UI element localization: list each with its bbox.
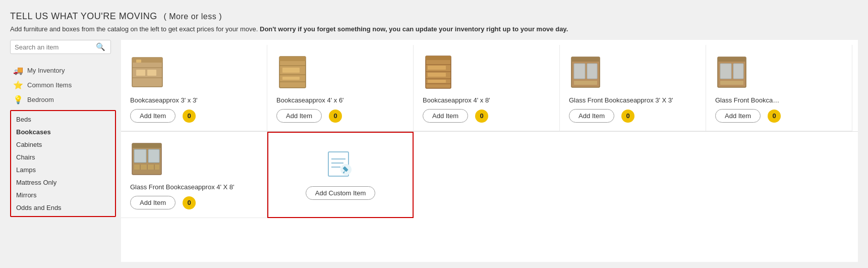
svg-rect-20 bbox=[428, 66, 446, 70]
item-actions-glass-front-4x8: Add Item 0 bbox=[130, 196, 196, 209]
page-wrapper: TELL US WHAT YOU'RE MOVING ( More or les… bbox=[0, 0, 868, 268]
item-card-glass-front-cut: Glass Front Bookca… Add Item 0 bbox=[706, 45, 852, 131]
nav-label-common-items: Common Items bbox=[27, 81, 72, 89]
add-item-btn-glass-front-4x8[interactable]: Add Item bbox=[130, 196, 176, 209]
svg-rect-13 bbox=[282, 77, 300, 80]
star-icon: ⭐ bbox=[13, 80, 23, 90]
count-badge-bookcase-4x6: 0 bbox=[329, 110, 342, 123]
sidebar-item-common-items[interactable]: ⭐ Common Items bbox=[10, 78, 116, 92]
count-badge-glass-front-3x3: 0 bbox=[621, 110, 634, 123]
svg-rect-32 bbox=[720, 81, 743, 85]
svg-rect-25 bbox=[574, 64, 585, 79]
custom-item-icon bbox=[324, 149, 357, 179]
count-badge-glass-front-cut: 0 bbox=[768, 110, 781, 123]
item-image-glass-front-cut bbox=[715, 52, 843, 92]
category-list: Beds Bookcases Cabinets Chairs Lamps Mat… bbox=[10, 110, 116, 217]
svg-rect-8 bbox=[279, 57, 306, 61]
count-badge-glass-front-4x8: 0 bbox=[183, 196, 196, 209]
search-container: 🔍 bbox=[10, 40, 111, 54]
item-image-bookcase-4x6 bbox=[276, 52, 404, 92]
svg-rect-22 bbox=[428, 80, 446, 83]
item-actions-glass-front-cut: Add Item 0 bbox=[715, 109, 781, 123]
svg-rect-27 bbox=[574, 81, 597, 85]
items-grid-row1: Bookcaseapprox 3' x 3' Add Item 0 bbox=[121, 45, 858, 132]
title-suffix: ( More or less ) bbox=[163, 12, 222, 21]
add-item-btn-bookcase-4x6[interactable]: Add Item bbox=[276, 109, 322, 123]
add-item-btn-bookcase-3x3[interactable]: Add Item bbox=[130, 109, 176, 123]
svg-rect-5 bbox=[147, 70, 156, 76]
svg-rect-31 bbox=[733, 64, 743, 79]
svg-rect-26 bbox=[587, 64, 597, 79]
subtitle-plain: Add furniture and boxes from the catalog… bbox=[10, 25, 260, 33]
svg-rect-4 bbox=[136, 70, 145, 76]
count-badge-bookcase-4x8: 0 bbox=[475, 110, 488, 123]
item-card-bookcase-3x3: Bookcaseapprox 3' x 3' Add Item 0 bbox=[121, 45, 267, 131]
svg-rect-36 bbox=[148, 149, 159, 163]
search-button[interactable]: 🔍 bbox=[95, 42, 106, 51]
item-card-glass-front-4x8: Glass Front Bookcaseapprox 4' X 8' Add I… bbox=[121, 132, 267, 218]
content-area: Bookcaseapprox 3' x 3' Add Item 0 bbox=[121, 40, 858, 262]
svg-rect-34 bbox=[132, 143, 161, 148]
svg-rect-6 bbox=[136, 60, 141, 63]
category-odds-and-ends[interactable]: Odds and Ends bbox=[11, 201, 115, 214]
item-label-glass-front-cut: Glass Front Bookca… bbox=[715, 96, 779, 104]
items-grid-row2: Glass Front Bookcaseapprox 4' X 8' Add I… bbox=[121, 132, 858, 218]
category-mattress-only[interactable]: Mattress Only bbox=[11, 176, 115, 189]
item-actions-glass-front-3x3: Add Item 0 bbox=[569, 109, 634, 123]
add-item-btn-glass-front-3x3[interactable]: Add Item bbox=[569, 109, 614, 123]
item-image-glass-front-4x8 bbox=[130, 139, 258, 179]
add-item-btn-glass-front-cut[interactable]: Add Item bbox=[715, 109, 761, 123]
item-image-glass-front-3x3 bbox=[569, 52, 697, 92]
item-card-bookcase-4x8: Bookcaseapprox 4' x 8' Add Item 0 bbox=[414, 45, 560, 131]
subtitle-bold: Don't worry if you forget something now,… bbox=[260, 25, 568, 33]
item-label-bookcase-4x8: Bookcaseapprox 4' x 8' bbox=[423, 96, 490, 104]
item-actions-bookcase-3x3: Add Item 0 bbox=[130, 109, 196, 123]
category-cabinets[interactable]: Cabinets bbox=[11, 138, 115, 151]
count-badge-bookcase-3x3: 0 bbox=[183, 110, 196, 123]
item-label-bookcase-4x6: Bookcaseapprox 4' x 6' bbox=[276, 96, 344, 104]
item-image-bookcase-4x8 bbox=[423, 52, 550, 92]
page-title: TELL US WHAT YOU'RE MOVING ( More or les… bbox=[10, 9, 858, 22]
category-lamps[interactable]: Lamps bbox=[11, 164, 115, 176]
add-item-btn-bookcase-4x8[interactable]: Add Item bbox=[423, 109, 468, 123]
category-beds[interactable]: Beds bbox=[11, 113, 115, 126]
svg-rect-21 bbox=[428, 73, 446, 77]
item-card-glass-front-3x3: Glass Front Bookcaseapprox 3' X 3' Add I… bbox=[560, 45, 706, 131]
item-actions-bookcase-4x8: Add Item 0 bbox=[423, 109, 488, 123]
sidebar-item-bedroom[interactable]: 💡 Bedroom bbox=[10, 92, 116, 107]
category-bookcases[interactable]: Bookcases bbox=[11, 126, 115, 138]
svg-rect-30 bbox=[720, 64, 731, 79]
category-mirrors[interactable]: Mirrors bbox=[11, 189, 115, 201]
title-text: TELL US WHAT YOU'RE MOVING bbox=[10, 11, 157, 21]
item-card-bookcase-4x6: Bookcaseapprox 4' x 6' Add Item 0 bbox=[267, 45, 414, 131]
item-label-glass-front-4x8: Glass Front Bookcaseapprox 4' X 8' bbox=[130, 183, 235, 191]
custom-item-card: Add Custom Item bbox=[267, 132, 414, 218]
nav-label-my-inventory: My Inventory bbox=[27, 67, 65, 74]
item-label-glass-front-3x3: Glass Front Bookcaseapprox 3' X 3' bbox=[569, 96, 673, 104]
subtitle: Add furniture and boxes from the catalog… bbox=[10, 25, 858, 33]
item-actions-bookcase-4x6: Add Item 0 bbox=[276, 109, 342, 123]
svg-rect-15 bbox=[426, 56, 451, 60]
nav-label-bedroom: Bedroom bbox=[27, 96, 54, 103]
svg-rect-24 bbox=[571, 57, 600, 62]
sidebar: 🔍 🚚 My Inventory ⭐ Common Items 💡 Bedroo… bbox=[10, 40, 121, 262]
search-input[interactable] bbox=[15, 43, 95, 51]
sidebar-item-my-inventory[interactable]: 🚚 My Inventory bbox=[10, 63, 116, 78]
item-image-bookcase-3x3 bbox=[130, 52, 258, 92]
svg-rect-29 bbox=[718, 57, 746, 62]
svg-rect-14 bbox=[426, 56, 451, 88]
category-chairs[interactable]: Chairs bbox=[11, 151, 115, 164]
svg-rect-12 bbox=[282, 68, 300, 73]
svg-rect-37 bbox=[134, 165, 159, 170]
custom-card-inner: Add Custom Item bbox=[306, 149, 375, 200]
truck-icon: 🚚 bbox=[13, 66, 23, 75]
lamp-icon: 💡 bbox=[13, 95, 23, 104]
svg-rect-35 bbox=[134, 149, 146, 163]
item-label-bookcase-3x3: Bookcaseapprox 3' x 3' bbox=[130, 96, 198, 104]
main-layout: 🔍 🚚 My Inventory ⭐ Common Items 💡 Bedroo… bbox=[10, 40, 858, 262]
add-custom-item-btn[interactable]: Add Custom Item bbox=[306, 186, 375, 200]
